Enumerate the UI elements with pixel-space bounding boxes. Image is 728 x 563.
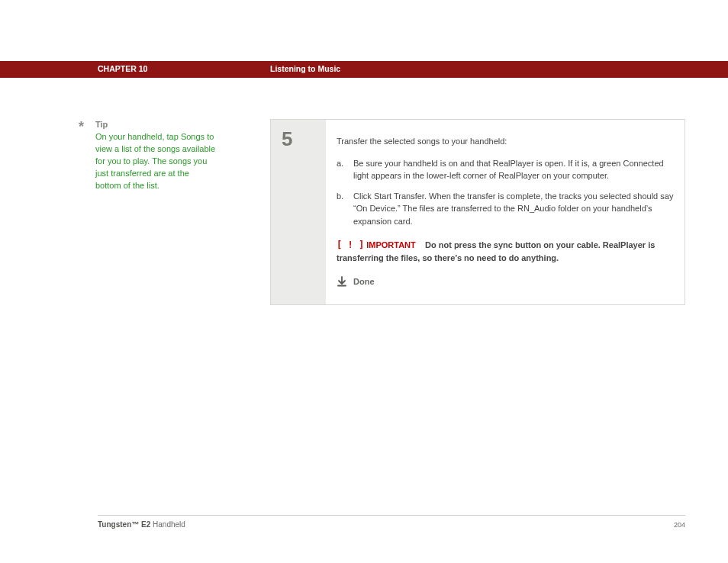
header-title: Listening to Music — [270, 64, 340, 73]
page-number: 204 — [674, 521, 685, 529]
important-note: [ ! ] IMPORTANT Do not press the sync bu… — [337, 238, 674, 265]
footer-brand: Tungsten™ E2 — [98, 520, 150, 529]
tip-text: On your handheld, tap Songs to view a li… — [95, 131, 216, 192]
done-row: Done — [337, 275, 674, 288]
tip-label: Tip — [95, 119, 216, 131]
footer-product-suffix: Handheld — [150, 520, 185, 529]
step-item: b. Click Start Transfer. When the transf… — [337, 190, 674, 228]
step-item-text: Click Start Transfer. When the transfer … — [353, 190, 674, 228]
asterisk-icon: * — [79, 117, 84, 137]
footer-product: Tungsten™ E2 Handheld — [98, 520, 185, 529]
step-number: 5 — [271, 120, 326, 304]
step-list: a. Be sure your handheld is on and that … — [337, 157, 674, 228]
header-chapter: CHAPTER 10 — [98, 64, 147, 73]
tip-callout: * Tip On your handheld, tap Songs to vie… — [79, 119, 216, 192]
important-bracket: [ ! ] — [337, 240, 364, 250]
important-label: IMPORTANT — [366, 240, 416, 249]
step-intro: Transfer the selected songs to your hand… — [337, 135, 674, 148]
step-item-letter: a. — [337, 157, 353, 182]
done-label: Done — [353, 275, 375, 288]
download-arrow-icon — [337, 276, 347, 287]
step-item-text: Be sure your handheld is on and that Rea… — [353, 157, 674, 182]
step-box: 5 Transfer the selected songs to your ha… — [270, 119, 685, 305]
step-item: a. Be sure your handheld is on and that … — [337, 157, 674, 182]
header-bar: CHAPTER 10 Listening to Music — [0, 61, 728, 78]
step-content: Transfer the selected songs to your hand… — [326, 120, 685, 304]
page-footer: Tungsten™ E2 Handheld 204 — [98, 515, 685, 529]
step-item-letter: b. — [337, 190, 353, 228]
